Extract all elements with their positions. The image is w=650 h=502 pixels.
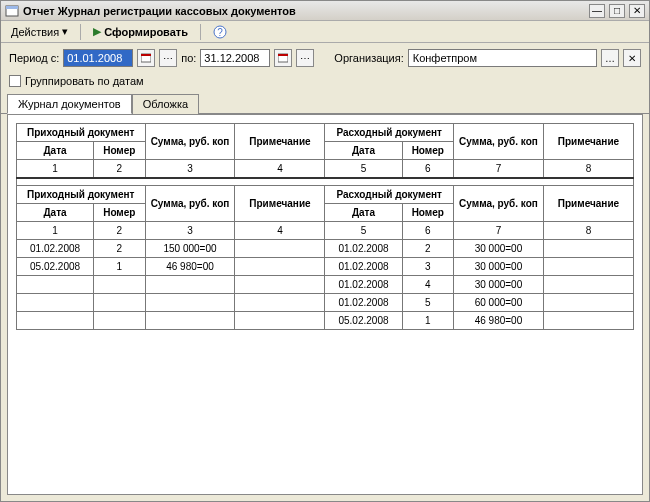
cell-note1: [235, 294, 325, 312]
maximize-button[interactable]: □: [609, 4, 625, 18]
group-by-dates-checkbox[interactable]: [9, 75, 21, 87]
actions-menu[interactable]: Действия ▾: [5, 23, 74, 40]
filter-bar: Период с: ⋯ по: ⋯ Организация: … ✕: [1, 43, 649, 73]
colnum: 2: [94, 222, 145, 240]
cell-note1: [235, 312, 325, 330]
cell-out-date: 01.02.2008: [325, 294, 402, 312]
cell-out-sum: 60 000=00: [453, 294, 543, 312]
close-button[interactable]: ✕: [629, 4, 645, 18]
svg-text:?: ?: [217, 27, 223, 38]
cell-in-sum: [145, 276, 235, 294]
table-row: 05.02.2008146 980=0001.02.2008330 000=00: [17, 258, 634, 276]
cell-in-num: [94, 276, 145, 294]
colnum: 1: [17, 160, 94, 179]
header-incoming-doc2: Приходный документ: [17, 186, 146, 204]
organization-input[interactable]: [408, 49, 597, 67]
cell-out-sum: 30 000=00: [453, 276, 543, 294]
colnum: 6: [402, 160, 453, 179]
svg-rect-7: [278, 54, 288, 56]
header-out-number: Номер: [402, 142, 453, 160]
header-out-number2: Номер: [402, 204, 453, 222]
app-icon: [5, 4, 19, 18]
header-outgoing-doc: Расходный документ: [325, 124, 454, 142]
cell-note2: [543, 312, 633, 330]
table-row: 01.02.2008430 000=00: [17, 276, 634, 294]
tab-bar: Журнал документов Обложка: [1, 93, 649, 114]
table-row: 05.02.2008146 980=00: [17, 312, 634, 330]
cell-out-num: 1: [402, 312, 453, 330]
header-amount-out: Сумма, руб. коп: [453, 124, 543, 160]
header-amount-out2: Сумма, руб. коп: [453, 186, 543, 222]
colnum: 3: [145, 222, 235, 240]
organization-clear[interactable]: ✕: [623, 49, 641, 67]
cell-in-sum: [145, 294, 235, 312]
cell-out-date: 05.02.2008: [325, 312, 402, 330]
window-title: Отчет Журнал регистрации кассовых докуме…: [23, 5, 585, 17]
header-amount-in: Сумма, руб. коп: [145, 124, 235, 160]
cell-in-num: [94, 312, 145, 330]
separator: [200, 24, 201, 40]
date-to-picker[interactable]: [274, 49, 292, 67]
cell-note2: [543, 240, 633, 258]
date-from-input[interactable]: [63, 49, 133, 67]
minimize-button[interactable]: —: [589, 4, 605, 18]
cell-out-sum: 30 000=00: [453, 240, 543, 258]
cell-out-num: 5: [402, 294, 453, 312]
colnum: 4: [235, 160, 325, 179]
date-to-dropdown[interactable]: ⋯: [296, 49, 314, 67]
colnum: 2: [94, 160, 145, 179]
chevron-down-icon: ▾: [62, 25, 68, 38]
actions-label: Действия: [11, 26, 59, 38]
report-table: Приходный документ Сумма, руб. коп Приме…: [16, 123, 634, 330]
cell-note2: [543, 294, 633, 312]
org-label: Организация:: [334, 52, 403, 64]
cell-out-num: 3: [402, 258, 453, 276]
cell-out-date: 01.02.2008: [325, 240, 402, 258]
date-to-input[interactable]: [200, 49, 270, 67]
cell-in-num: 1: [94, 258, 145, 276]
header-note-out2: Примечание: [543, 186, 633, 222]
cell-in-num: [94, 294, 145, 312]
cell-in-date: 05.02.2008: [17, 258, 94, 276]
cell-out-date: 01.02.2008: [325, 258, 402, 276]
play-icon: ▶: [93, 25, 101, 38]
to-label: по:: [181, 52, 196, 64]
cell-out-sum: 30 000=00: [453, 258, 543, 276]
cell-out-num: 4: [402, 276, 453, 294]
form-button[interactable]: ▶ Сформировать: [87, 23, 194, 40]
date-from-dropdown[interactable]: ⋯: [159, 49, 177, 67]
colnum: 4: [235, 222, 325, 240]
organization-picker[interactable]: …: [601, 49, 619, 67]
header-note-in2: Примечание: [235, 186, 325, 222]
colnum: 5: [325, 222, 402, 240]
svg-rect-5: [141, 54, 151, 56]
tab-journal[interactable]: Журнал документов: [7, 94, 132, 114]
colnum: 1: [17, 222, 94, 240]
header-note-out: Примечание: [543, 124, 633, 160]
cell-out-num: 2: [402, 240, 453, 258]
header-in-number: Номер: [94, 142, 145, 160]
period-label: Период с:: [9, 52, 59, 64]
colnum: 6: [402, 222, 453, 240]
header-out-date2: Дата: [325, 204, 402, 222]
cell-out-date: 01.02.2008: [325, 276, 402, 294]
group-by-dates-row: Группировать по датам: [1, 73, 649, 93]
tab-cover[interactable]: Обложка: [132, 94, 199, 114]
report-area[interactable]: Приходный документ Сумма, руб. коп Приме…: [7, 114, 643, 495]
titlebar: Отчет Журнал регистрации кассовых докуме…: [1, 1, 649, 21]
header-in-date2: Дата: [17, 204, 94, 222]
date-from-picker[interactable]: [137, 49, 155, 67]
cell-in-sum: 150 000=00: [145, 240, 235, 258]
cell-in-date: 01.02.2008: [17, 240, 94, 258]
header-out-date: Дата: [325, 142, 402, 160]
cell-in-sum: 46 980=00: [145, 258, 235, 276]
help-button[interactable]: ?: [207, 23, 233, 41]
table-row: 01.02.2008560 000=00: [17, 294, 634, 312]
cell-in-num: 2: [94, 240, 145, 258]
cell-in-date: [17, 294, 94, 312]
header-in-number2: Номер: [94, 204, 145, 222]
svg-rect-1: [6, 6, 18, 9]
cell-out-sum: 46 980=00: [453, 312, 543, 330]
cell-note1: [235, 258, 325, 276]
colnum: 5: [325, 160, 402, 179]
